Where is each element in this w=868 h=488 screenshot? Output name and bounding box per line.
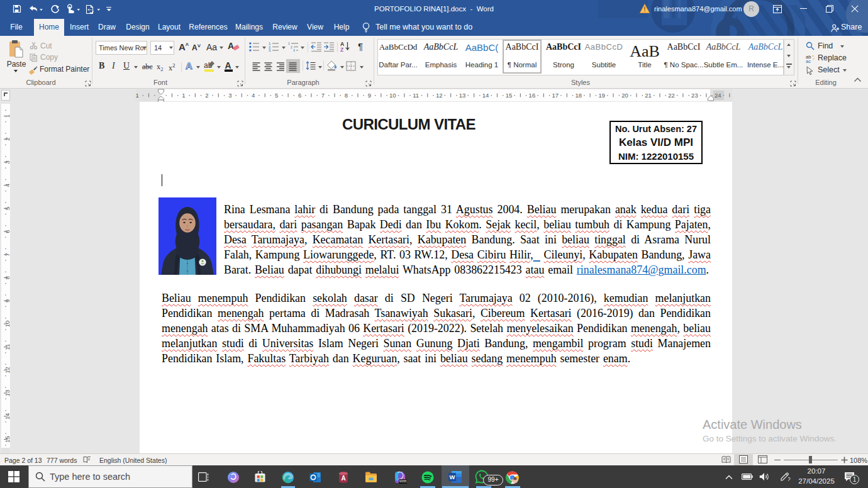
svg-text:18: 18 [575,92,582,99]
svg-text:3.: 3. [269,48,272,52]
svg-text:22: 22 [668,92,675,99]
svg-text:1: 1 [182,92,185,99]
svg-text:17: 17 [552,92,559,99]
svg-text:19: 19 [598,92,605,99]
svg-text:Z: Z [340,47,343,52]
svg-text:4: 4 [252,92,255,99]
svg-text:1: 1 [288,42,290,45]
svg-text:6: 6 [298,92,301,99]
svg-text:3: 3 [293,48,295,52]
svg-text:8: 8 [345,92,348,99]
svg-text:5: 5 [275,92,278,99]
svg-text:10: 10 [389,92,396,99]
svg-text:1: 1 [135,92,138,99]
svg-text:M365: M365 [399,480,407,483]
svg-text:14: 14 [482,92,489,99]
svg-text:A: A [225,60,231,70]
svg-text:3: 3 [228,92,231,99]
svg-text:A: A [228,41,234,51]
svg-text:13: 13 [459,92,466,99]
svg-text:9: 9 [368,92,371,99]
svg-text:2: 2 [205,92,208,99]
svg-text:2: 2 [291,45,292,49]
svg-text:16: 16 [529,92,536,99]
svg-text:A: A [341,475,345,482]
svg-text:15: 15 [506,92,513,99]
svg-text:11: 11 [413,92,419,99]
svg-text:12: 12 [436,92,443,99]
svg-text:7: 7 [321,92,325,99]
svg-text:21: 21 [645,92,652,99]
svg-text:20: 20 [621,92,628,99]
svg-text:23: 23 [691,92,698,99]
svg-text:ac: ac [806,58,811,63]
svg-text:W: W [450,474,455,480]
